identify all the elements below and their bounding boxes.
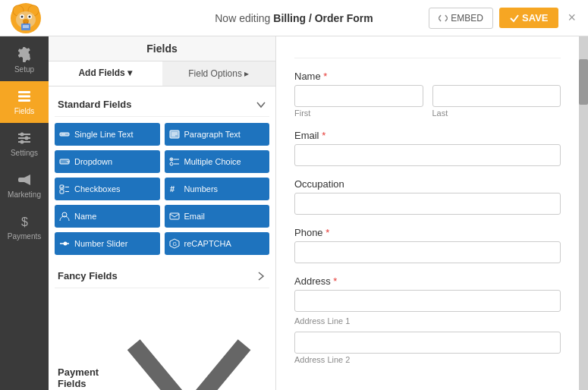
icon-sidebar: Setup Fields Settings: [0, 36, 49, 390]
fields-panel-body: Standard Fields Single Line Text: [49, 86, 275, 390]
name-last-group: Last: [432, 85, 561, 118]
field-btn-dropdown[interactable]: Dropdown: [55, 150, 160, 173]
sliders-icon: [17, 131, 32, 146]
fields-label: Fields: [14, 107, 35, 115]
field-btn-numbers[interactable]: # Numbers: [165, 178, 270, 200]
name-first-group: First: [294, 85, 423, 118]
svg-rect-35: [60, 190, 64, 193]
standard-fields-section-header[interactable]: Standard Fields: [55, 93, 269, 117]
first-sublabel: First: [294, 109, 423, 118]
sidebar-item-marketing[interactable]: Marketing: [0, 165, 49, 206]
chevron-down-icon: [256, 99, 266, 110]
name-icon: [59, 211, 70, 222]
code-icon: [439, 14, 448, 23]
svg-rect-12: [18, 91, 30, 93]
svg-point-6: [21, 15, 24, 17]
sidebar-item-setup[interactable]: Setup: [0, 39, 49, 81]
slider-icon: [59, 238, 70, 249]
form-field-occupation: Occupation: [294, 178, 561, 215]
close-button[interactable]: ×: [564, 7, 579, 29]
email-label: Email *: [294, 130, 561, 141]
chevron-down2-icon: [112, 300, 266, 390]
editing-title: Now editing Billing / Order Form: [215, 12, 373, 24]
singleline-icon: [59, 129, 70, 140]
dollar-icon: $: [17, 214, 32, 229]
svg-point-7: [29, 15, 31, 17]
payment-fields-section-header[interactable]: Payment Fields: [55, 294, 269, 390]
scroll-thumb[interactable]: [579, 59, 588, 105]
name-label: Name *: [294, 71, 561, 82]
name-first-input[interactable]: [294, 85, 423, 107]
field-btn-name[interactable]: Name: [55, 205, 160, 228]
occupation-input[interactable]: [294, 193, 561, 215]
chevron-right-icon: [256, 271, 266, 281]
fields-panel: Fields Add Fields ▾ Field Options ▸ Stan…: [49, 36, 276, 390]
form-preview: Name * First Last Email *: [276, 36, 579, 390]
recaptcha-icon: G: [169, 238, 180, 249]
address1-sublabel: Address Line 1: [294, 316, 561, 326]
tab-field-options[interactable]: Field Options ▸: [162, 61, 276, 86]
last-sublabel: Last: [432, 109, 561, 118]
embed-button[interactable]: EMBED: [429, 8, 493, 29]
field-btn-single-line[interactable]: Single Line Text: [55, 123, 160, 146]
field-btn-number-slider[interactable]: Number Slider: [55, 232, 160, 255]
field-btn-checkboxes[interactable]: Checkboxes: [55, 178, 160, 200]
form-field-email: Email *: [294, 130, 561, 166]
check-icon: [510, 14, 519, 23]
address-line2-input[interactable]: [294, 332, 561, 354]
address-line1-input[interactable]: [294, 290, 561, 312]
sidebar-item-settings[interactable]: Settings: [0, 123, 49, 165]
field-btn-multiple-choice[interactable]: Multiple Choice: [165, 150, 270, 173]
field-btn-paragraph[interactable]: Paragraph Text: [165, 123, 270, 146]
numbers-icon: #: [169, 184, 180, 194]
form-field-phone: Phone *: [294, 227, 561, 263]
svg-rect-13: [18, 96, 30, 98]
marketing-label: Marketing: [8, 190, 41, 199]
email-input[interactable]: [294, 144, 561, 166]
fancy-fields-section-header[interactable]: Fancy Fields: [55, 264, 269, 288]
fields-panel-tabs: Add Fields ▾ Field Options ▸: [49, 61, 275, 86]
svg-point-20: [20, 140, 24, 144]
fields-icon: [17, 89, 32, 104]
main-layout: Setup Fields Settings: [0, 36, 588, 390]
email-icon: [169, 211, 180, 222]
fields-panel-header: Fields: [49, 36, 275, 61]
tab-add-fields[interactable]: Add Fields ▾: [49, 61, 162, 86]
svg-point-31: [170, 162, 173, 165]
sidebar-item-payments[interactable]: $ Payments: [0, 206, 49, 248]
settings-label: Settings: [11, 149, 38, 157]
top-divider: [294, 58, 561, 58]
svg-point-18: [25, 137, 29, 140]
field-btn-recaptcha[interactable]: G reCAPTCHA: [165, 232, 270, 255]
phone-input[interactable]: [294, 241, 561, 263]
svg-text:#: #: [170, 184, 175, 193]
setup-label: Setup: [14, 65, 34, 74]
multiplechoice-icon: [169, 156, 180, 167]
megaphone-icon: [17, 172, 32, 187]
top-bar-actions: EMBED SAVE ×: [429, 7, 579, 29]
gear-icon: [17, 47, 32, 62]
paragraph-icon: [169, 129, 180, 140]
form-preview-inner: Name * First Last Email *: [276, 36, 579, 390]
svg-point-16: [20, 133, 24, 137]
name-last-input[interactable]: [432, 85, 561, 107]
logo: [9, 2, 42, 35]
svg-text:$: $: [21, 215, 28, 228]
svg-text:G: G: [172, 241, 176, 247]
address-label: Address *: [294, 275, 561, 287]
sidebar-item-fields[interactable]: Fields: [0, 81, 49, 123]
occupation-label: Occupation: [294, 178, 561, 190]
address2-sublabel: Address Line 2: [294, 355, 561, 364]
standard-fields-grid: Single Line Text Paragraph Text: [55, 123, 269, 255]
svg-point-30: [171, 159, 172, 160]
save-button[interactable]: SAVE: [499, 8, 558, 28]
scroll-track: [579, 36, 588, 390]
checkboxes-icon: [59, 184, 70, 194]
form-field-address: Address * Address Line 1 Address Line 2: [294, 275, 561, 364]
form-field-name: Name * First Last: [294, 71, 561, 118]
top-bar: Now editing Billing / Order Form EMBED S…: [0, 0, 588, 36]
svg-rect-14: [18, 99, 30, 102]
svg-rect-40: [170, 213, 179, 219]
field-btn-email[interactable]: Email: [165, 205, 270, 228]
payments-label: Payments: [8, 232, 41, 241]
